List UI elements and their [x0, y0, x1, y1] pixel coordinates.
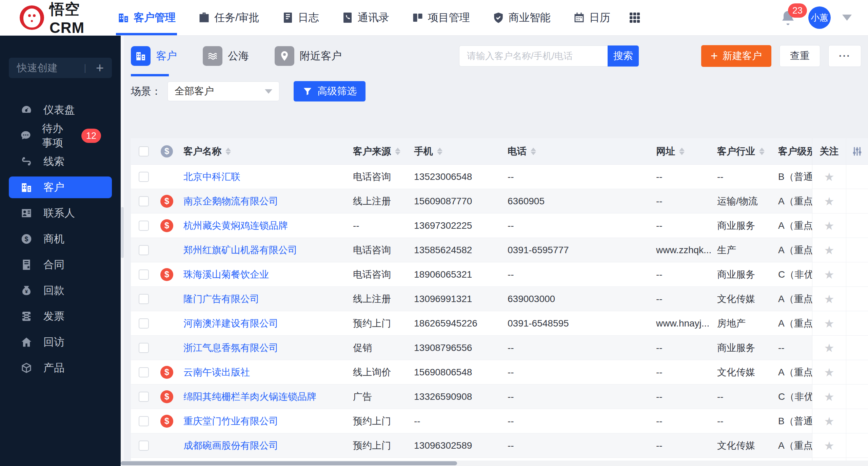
- topnav-item-6[interactable]: 商业智能: [484, 0, 559, 35]
- customer-name-link[interactable]: 重庆堂门竹业有限公司: [183, 415, 278, 428]
- tab-3[interactable]: 附近客户: [275, 36, 342, 76]
- sidebar-item-3[interactable]: 线索: [9, 151, 112, 172]
- row-checkbox[interactable]: [139, 343, 149, 353]
- follow-star-icon[interactable]: ★: [824, 219, 834, 232]
- customer-name-cell: 重庆堂门竹业有限公司: [177, 409, 347, 433]
- quick-create-button[interactable]: 快速创建 | +: [9, 58, 112, 78]
- follow-star-icon[interactable]: ★: [824, 366, 834, 379]
- dedupe-button[interactable]: 查重: [780, 45, 820, 67]
- customer-name-link[interactable]: 隆门广告有限公司: [183, 293, 259, 305]
- topnav-item-3[interactable]: 日志: [273, 0, 328, 35]
- column-header-5[interactable]: 网址: [650, 138, 711, 164]
- follow-star-icon[interactable]: ★: [824, 243, 834, 257]
- follow-star-icon[interactable]: ★: [824, 194, 834, 208]
- topnav-item-5[interactable]: 项目管理: [403, 0, 479, 35]
- sidebar-item-2[interactable]: 待办事项12: [9, 125, 112, 147]
- column-header-1[interactable]: 客户名称: [177, 138, 347, 164]
- sidebar-scrollbar[interactable]: [121, 36, 124, 466]
- tab-2[interactable]: 公海: [203, 36, 249, 76]
- new-customer-button[interactable]: + 新建客户: [701, 45, 771, 67]
- customer-name-link[interactable]: 杭州藏尖黄焖鸡连锁品牌: [183, 219, 288, 232]
- column-settings-cell[interactable]: [846, 138, 868, 164]
- sidebar-item-4[interactable]: 客户: [9, 176, 112, 198]
- sidebar-item-1[interactable]: 仪表盘: [9, 99, 112, 121]
- topnav-item-1[interactable]: 客户管理: [108, 0, 184, 35]
- customer-name-link[interactable]: 河南澳洋建设有限公司: [183, 317, 278, 330]
- row-checkbox[interactable]: [139, 294, 149, 304]
- app-logo[interactable]: 悟空CRM: [0, 0, 108, 36]
- row-checkbox[interactable]: [139, 367, 149, 377]
- column-header-8[interactable]: 关注: [812, 138, 846, 164]
- customer-name-link[interactable]: 绵阳其纯栅栏羊肉火锅连锁品牌: [183, 390, 316, 403]
- website-cell: --: [650, 385, 711, 409]
- row-deal-cell: $: [156, 336, 177, 360]
- sidebar-item-10[interactable]: 回访: [9, 331, 112, 353]
- row-settings-cell: [846, 287, 868, 311]
- sort-icon[interactable]: [437, 148, 442, 155]
- follow-star-icon[interactable]: ★: [824, 414, 834, 428]
- customer-name-link[interactable]: 北京中科汇联: [183, 170, 240, 183]
- sidebar-item-9[interactable]: 发票: [9, 305, 112, 327]
- customer-name-link[interactable]: 成都碗画股份有限公司: [183, 439, 278, 452]
- row-checkbox[interactable]: [139, 172, 149, 182]
- row-checkbox[interactable]: [139, 196, 149, 206]
- horizontal-scrollbar[interactable]: [121, 461, 868, 466]
- phone-cell: --: [501, 213, 650, 238]
- customer-name-link[interactable]: 南京企鹅物流有限公司: [183, 195, 278, 208]
- more-actions-button[interactable]: ···: [828, 45, 861, 67]
- row-checkbox[interactable]: [139, 392, 149, 402]
- follow-star-icon[interactable]: ★: [824, 292, 834, 306]
- column-header-2[interactable]: 客户来源: [347, 138, 408, 164]
- row-checkbox[interactable]: [139, 245, 149, 255]
- follow-star-icon[interactable]: ★: [824, 170, 834, 184]
- column-header-6[interactable]: 客户行业: [711, 138, 772, 164]
- follow-star-icon[interactable]: ★: [824, 439, 834, 452]
- sidebar-item-label: 待办事项: [42, 122, 71, 150]
- plus-icon[interactable]: +: [96, 61, 104, 75]
- topnav-item-2[interactable]: 任务/审批: [189, 0, 268, 35]
- sort-icon[interactable]: [531, 148, 536, 155]
- row-checkbox[interactable]: [139, 441, 149, 451]
- follow-star-icon[interactable]: ★: [824, 317, 834, 330]
- sidebar-item-8[interactable]: ¥回款: [9, 280, 112, 301]
- row-checkbox[interactable]: [139, 318, 149, 329]
- row-checkbox[interactable]: [139, 269, 149, 280]
- notifications-button[interactable]: 23: [779, 9, 797, 26]
- customer-name-link[interactable]: 云南午读出版社: [183, 366, 250, 379]
- sidebar-item-7[interactable]: 合同: [9, 254, 112, 276]
- column-header-7[interactable]: 客户级别: [772, 138, 812, 164]
- tab-1[interactable]: 客户: [131, 36, 177, 76]
- chevron-down-icon[interactable]: [842, 15, 852, 21]
- sidebar-item-11[interactable]: 产品: [9, 357, 112, 379]
- sort-icon[interactable]: [679, 148, 685, 155]
- sort-icon[interactable]: [759, 148, 765, 155]
- customer-name-cell: 杭州藏尖黄焖鸡连锁品牌: [177, 213, 347, 238]
- sort-icon[interactable]: [395, 148, 400, 155]
- follow-star-icon[interactable]: ★: [824, 390, 834, 404]
- sidebar-item-6[interactable]: $商机: [9, 228, 112, 250]
- select-all-checkbox[interactable]: [139, 146, 149, 156]
- row-checkbox[interactable]: [139, 221, 149, 231]
- topnav-item-7[interactable]: 日历: [564, 0, 619, 35]
- sort-icon[interactable]: [225, 148, 231, 155]
- sidebar-item-label: 客户: [43, 180, 64, 194]
- customer-name-link[interactable]: 珠海溪山菊餐饮企业: [183, 268, 269, 281]
- scene-select[interactable]: 全部客户: [167, 81, 279, 101]
- advanced-filter-button[interactable]: 高级筛选: [294, 81, 366, 101]
- app-launcher-button[interactable]: [628, 11, 642, 24]
- row-checkbox[interactable]: [139, 416, 149, 426]
- follow-star-icon[interactable]: ★: [824, 268, 834, 281]
- topnav-item-4[interactable]: 通讯录: [333, 0, 398, 35]
- sidebar-scrollbar-thumb[interactable]: [121, 207, 124, 258]
- column-header-4[interactable]: 电话: [501, 138, 650, 164]
- customer-name-link[interactable]: 浙江气息香氛有限公司: [183, 341, 278, 354]
- avatar[interactable]: 小蕙: [808, 6, 831, 29]
- website-cell: www.zzhqk...: [650, 238, 711, 262]
- customer-name-link[interactable]: 郑州红旗矿山机器有限公司: [183, 244, 297, 257]
- follow-star-icon[interactable]: ★: [824, 341, 834, 355]
- horizontal-scrollbar-thumb[interactable]: [121, 461, 457, 465]
- column-header-3[interactable]: 手机: [408, 138, 501, 164]
- search-input[interactable]: [459, 45, 608, 67]
- search-button[interactable]: 搜索: [608, 45, 639, 67]
- sidebar-item-5[interactable]: 联系人: [9, 202, 112, 224]
